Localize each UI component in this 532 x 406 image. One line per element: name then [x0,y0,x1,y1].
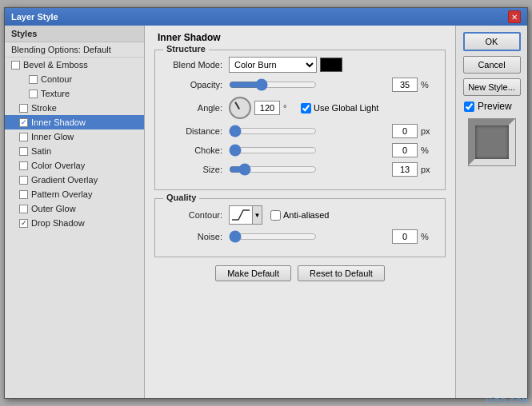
checkbox-drop-shadow[interactable] [19,219,28,228]
cancel-button[interactable]: Cancel [463,56,521,74]
sidebar-item-texture[interactable]: Texture [5,86,144,101]
sidebar-item-inner-glow[interactable]: Inner Glow [5,129,144,144]
dialog-title: Layer Style [11,12,58,22]
blend-mode-label: Blend Mode: [165,60,229,70]
sidebar-item-drop-shadow[interactable]: Drop Shadow [5,216,144,230]
checkbox-satin[interactable] [19,147,28,156]
blend-color-swatch[interactable] [320,58,342,72]
anti-alias-label: Anti-aliased [270,210,329,221]
reset-default-button[interactable]: Reset to Default [298,265,385,281]
left-panel: Styles Blending Options: Default Bevel &… [5,26,145,398]
distance-row: Distance: 0 px [165,124,435,138]
dialog-body: Styles Blending Options: Default Bevel &… [5,26,527,398]
blending-options-item[interactable]: Blending Options: Default [5,42,144,58]
angle-control: 120 ° Use Global Light [229,97,435,119]
blend-mode-control: Color Burn Normal Multiply Screen [229,57,435,73]
checkbox-contour[interactable] [29,75,38,84]
size-slider-container [229,164,389,175]
sidebar-item-pattern-overlay[interactable]: Pattern Overlay [5,187,144,201]
distance-label: Distance: [165,126,229,136]
quality-title: Quality [163,193,199,202]
ok-button[interactable]: OK [463,32,521,51]
sidebar-item-bevel-emboss[interactable]: Bevel & Emboss [5,58,144,72]
contour-dropdown-button[interactable]: ▼ [253,205,262,225]
choke-label: Choke: [165,145,229,155]
checkbox-inner-glow[interactable] [19,133,28,141]
distance-value[interactable]: 0 [392,124,418,138]
label-drop-shadow: Drop Shadow [31,218,85,228]
angle-container: 120 ° Use Global Light [229,97,378,119]
checkbox-bevel-emboss[interactable] [11,61,20,70]
angle-dial[interactable] [229,97,251,119]
sidebar-item-satin[interactable]: Satin [5,144,144,158]
opacity-control: 35 % [229,78,435,92]
make-default-button[interactable]: Make Default [215,265,291,281]
contour-label: Contour: [165,210,229,220]
label-bevel-emboss: Bevel & Emboss [23,60,88,70]
sidebar-item-inner-shadow[interactable]: Inner Shadow [5,115,144,129]
sidebar-item-gradient-overlay[interactable]: Gradient Overlay [5,173,144,187]
use-global-light-checkbox[interactable] [301,103,311,113]
size-value[interactable]: 13 [392,162,418,177]
size-slider[interactable] [229,164,317,175]
blend-mode-row: Blend Mode: Color Burn Normal Multiply S… [165,57,435,73]
label-contour: Contour [41,74,72,84]
contour-control: ▼ Anti-aliased [229,205,435,225]
styles-header: Styles [5,26,144,42]
sidebar-item-stroke[interactable]: Stroke [5,101,144,115]
checkbox-outer-glow[interactable] [19,205,28,213]
checkbox-gradient-overlay[interactable] [19,176,28,185]
checkbox-pattern-overlay[interactable] [19,190,28,199]
center-panel: Inner Shadow Structure Blend Mode: Color… [145,26,455,398]
contour-preview-icon [232,209,250,221]
checkbox-color-overlay[interactable] [19,161,28,170]
size-label: Size: [165,165,229,174]
label-color-overlay: Color Overlay [31,161,85,170]
preview-label-row: Preview [461,101,512,112]
noise-slider[interactable] [229,231,317,242]
anti-alias-text: Anti-aliased [283,210,329,220]
angle-label: Angle: [165,103,229,113]
noise-control: 0 % [229,229,435,244]
close-button[interactable]: ✕ [508,10,521,23]
right-panel: OK Cancel New Style... Preview UiPO.COM [455,26,527,398]
sidebar-item-color-overlay[interactable]: Color Overlay [5,158,144,173]
sidebar-item-outer-glow[interactable]: Outer Glow [5,201,144,216]
watermark: UiPO.COM [486,396,527,398]
size-unit: px [421,165,435,174]
bottom-buttons: Make Default Reset to Default [154,265,446,281]
preview-inner [475,125,509,159]
distance-slider-container [229,125,389,137]
checkbox-stroke[interactable] [19,104,28,113]
opacity-label: Opacity: [165,80,229,90]
anti-alias-checkbox[interactable] [270,210,281,221]
contour-row: Contour: ▼ [165,205,435,225]
angle-value[interactable]: 120 [254,101,280,115]
noise-slider-container [229,231,389,242]
contour-box[interactable] [229,205,253,225]
opacity-slider[interactable] [229,79,317,90]
choke-slider[interactable] [229,145,317,156]
preview-checkbox[interactable] [464,102,474,112]
new-style-button[interactable]: New Style... [463,78,521,96]
choke-slider-container [229,145,389,156]
quality-section: Quality Contour: ▼ [154,198,446,257]
noise-value[interactable]: 0 [392,229,418,244]
noise-label: Noise: [165,232,229,241]
structure-title: Structure [163,44,209,54]
size-row: Size: 13 px [165,162,435,177]
checkbox-inner-shadow[interactable] [19,118,28,127]
label-inner-shadow: Inner Shadow [31,117,86,127]
preview-label: Preview [478,101,512,112]
distance-control: 0 px [229,124,435,138]
choke-value[interactable]: 0 [392,143,418,157]
blend-mode-select[interactable]: Color Burn Normal Multiply Screen [229,57,317,73]
checkbox-texture[interactable] [29,90,38,98]
sidebar-item-contour[interactable]: Contour [5,72,144,86]
distance-slider[interactable] [229,125,317,137]
label-texture: Texture [41,89,70,98]
label-pattern-overlay: Pattern Overlay [31,189,92,199]
size-control: 13 px [229,162,435,177]
opacity-row: Opacity: 35 % [165,78,435,92]
opacity-value[interactable]: 35 [392,78,418,92]
